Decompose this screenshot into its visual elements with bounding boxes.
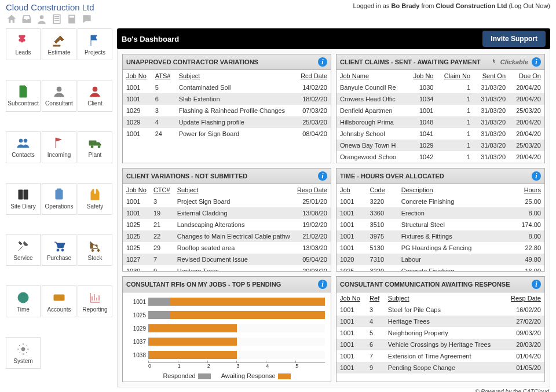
table-row[interactable]: 102522Changes to Main Electrical Cable p… <box>123 230 331 242</box>
table-row[interactable]: 10013Steel for Pile Caps16/02/20 <box>336 304 544 316</box>
table-row[interactable]: 10294Update Flashing profile25/03/20 <box>123 116 331 128</box>
clickable-hint: Clickable <box>491 58 528 66</box>
sidebar-item-leads[interactable]: Leads <box>6 28 41 60</box>
info-icon[interactable]: i <box>318 171 327 181</box>
inbox-icon[interactable] <box>21 13 32 26</box>
sidebar-item-time[interactable]: Time <box>6 285 41 317</box>
table-row[interactable]: 10016Slab Extention18/02/20 <box>123 93 331 105</box>
svg-point-4 <box>93 87 97 91</box>
table-row[interactable]: 10293Flashing & Rainhead Profile Changes… <box>123 105 331 116</box>
sidebar-item-contacts[interactable]: Contacts <box>6 131 41 163</box>
logout-link[interactable]: Log Out Now <box>511 2 548 9</box>
info-icon[interactable]: i <box>532 171 541 181</box>
brand-title[interactable]: Cloud Construction Ltd <box>6 2 94 12</box>
card-time-over: TIME - HOURS OVER ALLOCATEDi JobCodeDesc… <box>336 168 545 272</box>
table-row[interactable]: 10013975Fixtures & Fittings8.00 <box>336 230 544 242</box>
svg-rect-8 <box>57 189 61 191</box>
table-row[interactable]: 10015130PG Hoardings & Fencing22.80 <box>336 242 544 254</box>
table-row[interactable]: 10309Heritage Trees20/03/20 <box>123 265 331 271</box>
table-row[interactable]: Orangewood Schoo1042131/03/2020/04/20 <box>336 151 544 163</box>
info-icon[interactable]: i <box>532 57 541 67</box>
table-row[interactable]: 10019Pending Scope Change01/05/20 <box>336 362 544 373</box>
card-client-claims: CLIENT CLAIMS - SENT - AWAITING PAYMENT … <box>336 54 545 163</box>
info-icon[interactable]: i <box>532 280 541 289</box>
svg-point-0 <box>40 15 44 19</box>
table-row[interactable]: 10015Contaminated Soil14/02/20 <box>123 82 331 93</box>
sidebar-item-stock[interactable]: Stock <box>78 234 112 266</box>
svg-point-10 <box>61 249 64 251</box>
svg-point-9 <box>57 249 59 251</box>
invite-support-button[interactable]: Invite Support <box>482 31 546 47</box>
card-rfi-chart: CONSULTANT RFIs ON MY JOBS - TOP 5 PENDI… <box>122 276 331 382</box>
svg-point-14 <box>21 347 25 351</box>
user-icon[interactable] <box>36 13 47 26</box>
svg-point-13 <box>57 296 61 299</box>
info-icon[interactable]: i <box>318 280 327 289</box>
sidebar-item-reporting[interactable]: Reporting <box>78 285 112 317</box>
table-row[interactable]: 10207310Labour49.80 <box>336 254 544 265</box>
home-icon[interactable] <box>6 13 17 26</box>
table-row[interactable]: 10015Neighboring Property09/03/20 <box>336 327 544 339</box>
sidebar-item-system[interactable]: System <box>6 337 41 369</box>
chat-icon[interactable] <box>81 13 93 26</box>
sidebar-item-purchase[interactable]: Purchase <box>42 234 76 266</box>
table-row[interactable]: 10013360Erection8.00 <box>336 207 544 219</box>
sidebar-item-client[interactable]: Client <box>78 80 112 112</box>
sidebar-item-operations[interactable]: Operations <box>42 183 76 215</box>
card-consultant-comm: CONSULTANT COMMUNICATION AWAITING RESPON… <box>336 276 545 382</box>
login-info: Logged in as Bo Brady from Cloud Constru… <box>353 2 550 9</box>
table-row[interactable]: 10277Revised Document Issue05/04/20 <box>123 254 331 265</box>
card-unapproved-variations: UNAPPROVED CONTRACTOR VARIATIONSi Job No… <box>122 54 331 163</box>
table-row[interactable]: 10014Heritage Trees27/02/20 <box>336 316 544 327</box>
card-client-variations: CLIENT VARIATIONS - NOT SUBMITTEDi Job N… <box>122 168 331 272</box>
sidebar-item-accounts[interactable]: Accounts <box>42 285 76 317</box>
sidebar-item-projects[interactable]: Projects <box>78 28 112 60</box>
sidebar-item-site-diary[interactable]: Site Diary <box>6 183 41 215</box>
table-row[interactable]: 10016Vehicle Crossings by Heritage Trees… <box>336 339 544 350</box>
sidebar-item-safety[interactable]: Safety <box>78 183 112 215</box>
svg-point-5 <box>19 139 23 142</box>
info-icon[interactable]: i <box>318 57 327 67</box>
table-row[interactable]: 102529Rooftop seated area13/03/20 <box>123 242 331 254</box>
sidebar-item-service[interactable]: Service <box>6 234 41 266</box>
table-row[interactable]: Banyule Council Re1030131/03/2020/04/20 <box>336 82 544 93</box>
sidebar-item-plant[interactable]: Plant <box>78 131 112 163</box>
calc-icon[interactable] <box>66 13 78 26</box>
table-row[interactable]: Crowers Head Offic1034131/03/2020/04/20 <box>336 93 544 105</box>
table-row[interactable]: Onewa Bay Town H1029131/03/2025/03/20 <box>336 140 544 151</box>
table-row[interactable]: 100119External Cladding13/08/20 <box>123 207 331 219</box>
quick-icon-bar <box>0 12 556 28</box>
rfi-bar-chart: 10011025102910371038012345RespondedAwait… <box>123 292 331 382</box>
table-row[interactable]: 10013510Structural Steel174.00 <box>336 219 544 230</box>
dashboard-title: Bo's Dashboard <box>122 35 179 43</box>
table-row[interactable]: 10017Extension of Time Agreement01/04/20 <box>336 350 544 362</box>
footer: © Powered by the CATCloud <box>0 387 556 392</box>
svg-point-6 <box>24 139 27 142</box>
dashboard-header: Bo's Dashboard Invite Support <box>117 28 550 49</box>
sidebar-item-estimate[interactable]: Estimate <box>42 28 76 60</box>
svg-point-3 <box>57 87 61 91</box>
table-row[interactable]: 10013Project Sign Board25/01/20 <box>123 196 331 207</box>
table-row[interactable]: 102521Landscaping Alterations19/02/20 <box>123 219 331 230</box>
svg-rect-2 <box>70 16 74 17</box>
table-row[interactable]: 10013220Concrete Finishing25.00 <box>336 196 544 207</box>
table-row[interactable]: Johnsby School1041131/03/2020/04/20 <box>336 128 544 140</box>
sidebar: LeadsEstimateProjectsSubcontractConsulta… <box>6 28 112 387</box>
table-row[interactable]: Hillsborough Prima1048131/03/2020/04/20 <box>336 116 544 128</box>
sidebar-item-incoming[interactable]: Incoming <box>42 131 76 163</box>
table-row[interactable]: 10253220Concrete Finishing16.00 <box>336 265 544 271</box>
notes-icon[interactable] <box>51 13 63 26</box>
table-row[interactable]: 100124Power for Sign Board08/04/20 <box>123 128 331 140</box>
sidebar-item-subcontract[interactable]: Subcontract <box>6 80 41 112</box>
sidebar-item-consultant[interactable]: Consultant <box>42 80 76 112</box>
table-row[interactable]: Denfield Apartmen1001131/03/2025/03/20 <box>336 105 544 116</box>
